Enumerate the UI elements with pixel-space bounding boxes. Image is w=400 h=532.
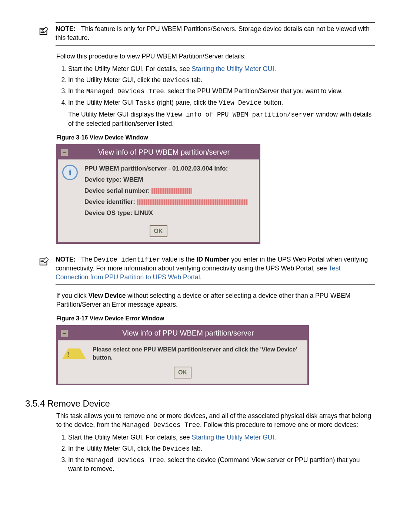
step-2: In the Utility Meter GUI, click the Devi… — [56, 76, 375, 85]
after-note-paragraph: If you click View Device without selecti… — [56, 292, 375, 309]
info-line-3: Device serial number: — [84, 187, 248, 195]
dialog-title: View info of PPU WBEM partition/server — [72, 147, 256, 157]
error-message: Please select one PPU WBEM partition/ser… — [93, 346, 300, 361]
link-start-gui[interactable]: Starting the Utility Meter GUI — [192, 65, 274, 73]
view-device-error-dialog: – View info of PPU WBEM partition/server… — [56, 325, 309, 385]
note-icon — [39, 256, 50, 269]
dialog-title: View info of PPU WBEM partition/server — [72, 328, 304, 338]
note-label: NOTE: — [56, 25, 76, 33]
step-2: In the Utility Meter GUI, click the Devi… — [56, 444, 375, 454]
note-block: NOTE: This feature is only for PPU WBEM … — [56, 22, 375, 46]
note-icon — [39, 26, 50, 38]
link-start-gui[interactable]: Starting the Utility Meter GUI — [192, 434, 274, 441]
info-line-2: Device type: WBEM — [84, 176, 248, 184]
section-number: 3.5.4 — [25, 398, 45, 408]
step-1: Start the Utility Meter GUI. For details… — [56, 65, 375, 74]
view-device-dialog: – View info of PPU WBEM partition/server… — [56, 144, 260, 243]
info-icon: i — [62, 165, 78, 180]
info-line-4: Device identifier: — [84, 198, 248, 206]
note-body: This feature is only for PPU WBEM Partit… — [56, 25, 370, 41]
step-1: Start the Utility Meter GUI. For details… — [56, 433, 375, 442]
step-3: In the Managed Devices Tree, select the … — [56, 87, 375, 96]
step-3: In the Managed Devices Tree, select the … — [56, 456, 375, 474]
redacted-identifier — [137, 199, 248, 205]
warning-icon — [62, 349, 86, 359]
dialog-info-lines: PPU WBEM partition/server - 01.002.03.00… — [84, 165, 248, 220]
procedure-steps: Start the Utility Meter GUI. For details… — [56, 65, 375, 128]
minimize-icon[interactable]: – — [61, 149, 68, 156]
note-label: NOTE: — [56, 256, 76, 263]
redacted-serial — [151, 188, 192, 194]
info-line-5: Device OS type: LINUX — [84, 209, 248, 218]
minimize-icon[interactable]: – — [61, 330, 68, 337]
note-block-2: NOTE: The Device identifier value is the… — [56, 253, 375, 285]
info-line-1: PPU WBEM partition/server - 01.002.03.00… — [84, 165, 248, 173]
intro-paragraph: Follow this procedure to view PPU WBEM P… — [56, 52, 375, 61]
ok-button[interactable]: OK — [150, 225, 167, 237]
note-text-2: NOTE: The Device identifier value is the… — [56, 255, 375, 282]
note-text: NOTE: This feature is only for PPU WBEM … — [56, 25, 375, 42]
section-title: Remove Device — [47, 398, 110, 408]
dialog-titlebar: – View info of PPU WBEM partition/server — [58, 327, 307, 340]
remove-procedure-steps: Start the Utility Meter GUI. For details… — [56, 433, 375, 474]
figure-caption-316: Figure 3-16 View Device Window — [56, 134, 375, 142]
dialog-titlebar: – View info of PPU WBEM partition/server — [58, 146, 259, 159]
step-4: In the Utility Meter GUI Tasks (right) p… — [56, 98, 375, 128]
section-heading: 3.5.4Remove Device — [25, 398, 375, 409]
figure-caption-317: Figure 3-17 View Device Error Window — [56, 314, 375, 323]
remove-intro: This task allows you to remove one or mo… — [56, 412, 375, 430]
ok-button[interactable]: OK — [174, 367, 191, 378]
